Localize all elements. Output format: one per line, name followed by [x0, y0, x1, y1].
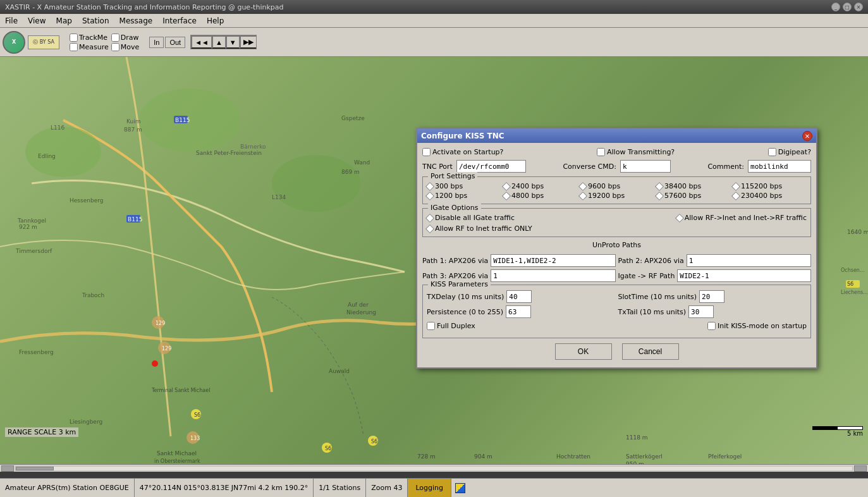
path2-input[interactable]	[687, 254, 811, 267]
ok-button[interactable]: OK	[555, 343, 612, 360]
converse-cmd-label: Converse CMD:	[563, 163, 616, 171]
init-kiss-input[interactable]	[707, 322, 716, 330]
close-button[interactable]: ×	[854, 3, 863, 11]
slottime-input[interactable]	[699, 290, 724, 303]
dialog-title: Configure KISS TNC	[421, 132, 504, 140]
menu-interface[interactable]: Interface	[157, 15, 202, 27]
igate-option2[interactable]: Allow RF->Inet and Inet->RF traffic	[676, 214, 807, 222]
igate-option3[interactable]: Allow RF to Inet traffic ONLY	[427, 224, 532, 233]
rate-38400[interactable]: 38400 bps	[656, 182, 730, 190]
kiss-params-group: KISS Parameters TXDelay (10 ms units) Sl…	[422, 285, 811, 338]
dialog-row-1: Activate on Startup? Allow Transmitting?…	[422, 148, 811, 156]
comment-input[interactable]	[748, 160, 811, 173]
igate-path-label: Igate -> RF Path	[618, 272, 675, 280]
allow-transmitting-checkbox[interactable]: Allow Transmitting?	[597, 148, 675, 156]
path3-input[interactable]	[491, 269, 615, 282]
digipeat-checkbox[interactable]: Digipeat?	[768, 148, 811, 156]
menu-view[interactable]: View	[23, 15, 51, 27]
rate-230400-radio[interactable]	[731, 191, 740, 200]
cc-icon: ⓒ BY SA	[28, 35, 59, 49]
menu-map[interactable]: Map	[51, 15, 77, 27]
out-button[interactable]: Out	[165, 37, 185, 48]
rate-2400-radio[interactable]	[502, 181, 511, 190]
rate-300[interactable]: 300 bps	[427, 182, 501, 190]
dialog-row-2: TNC Port Converse CMD: Comment:	[422, 160, 811, 173]
nav-next-next[interactable]: ▶▶	[240, 35, 256, 49]
igate-path-input[interactable]	[677, 269, 811, 282]
txtail-row: TxTail (10 ms units)	[618, 305, 807, 318]
dialog-titlebar: Configure KISS TNC ✕	[417, 129, 816, 143]
port-settings-grid: 300 bps 2400 bps 9600 bps 38400 bps	[427, 182, 807, 200]
tnc-port-input[interactable]	[456, 160, 526, 173]
menu-station[interactable]: Station	[77, 15, 114, 27]
measure-checkbox[interactable]: Measure	[70, 43, 109, 51]
persistence-label: Persistence (0 to 255)	[427, 308, 503, 316]
persistence-input[interactable]	[506, 305, 531, 318]
igate-row-2: Allow RF to Inet traffic ONLY	[427, 224, 807, 233]
rate-115200-radio[interactable]	[731, 181, 740, 190]
dialog-close-button[interactable]: ✕	[802, 131, 812, 141]
txtail-input[interactable]	[688, 305, 714, 318]
txdelay-input[interactable]	[506, 290, 532, 303]
app-logo: X	[3, 31, 25, 54]
init-kiss-checkbox[interactable]: Init KISS-mode on startup	[707, 322, 807, 330]
path1-input[interactable]	[491, 254, 615, 267]
rate-300-radio[interactable]	[425, 181, 434, 190]
nav-prev-prev[interactable]: ◄◄	[191, 35, 212, 49]
rate-4800-radio[interactable]	[502, 191, 511, 200]
nav-up[interactable]: ▲	[212, 35, 226, 49]
igate-option1[interactable]: Disable all IGate traffic	[427, 214, 515, 222]
rate-1200-radio[interactable]	[425, 191, 434, 200]
in-button[interactable]: In	[149, 37, 164, 48]
move-checkbox[interactable]: Move	[111, 43, 140, 51]
status-logging[interactable]: Logging	[408, 479, 451, 497]
converse-cmd-input[interactable]	[620, 160, 671, 173]
draw-checkbox[interactable]: Draw	[111, 34, 140, 42]
map-area[interactable]: Edling Hessenberg Timmersdorf Traboch Fr…	[0, 57, 868, 472]
menu-file[interactable]: File	[0, 15, 23, 27]
rate-57600-radio[interactable]	[655, 191, 664, 200]
igate-radio-3[interactable]	[425, 224, 434, 233]
menu-message[interactable]: Message	[114, 15, 158, 27]
rate-2400[interactable]: 2400 bps	[503, 182, 577, 190]
measure-input[interactable]	[70, 43, 78, 51]
txdelay-row: TXDelay (10 ms units)	[427, 290, 616, 303]
igate-title: IGate Options	[428, 204, 481, 212]
trackme-checkbox[interactable]: TrackMe	[70, 34, 109, 42]
full-duplex-checkbox[interactable]: Full Duplex	[427, 322, 475, 330]
nav-down[interactable]: ▼	[226, 35, 240, 49]
trackme-input[interactable]	[70, 34, 78, 42]
digipeat-input[interactable]	[768, 148, 776, 156]
toolbar-checkboxes: TrackMe Measure	[70, 34, 109, 51]
rate-57600[interactable]: 57600 bps	[656, 192, 730, 200]
rate-19200[interactable]: 19200 bps	[580, 192, 654, 200]
tnc-port-label: TNC Port	[422, 163, 453, 171]
allow-transmitting-input[interactable]	[597, 148, 605, 156]
rate-230400[interactable]: 230400 bps	[733, 192, 807, 200]
rate-9600-radio[interactable]	[578, 181, 587, 190]
full-duplex-input[interactable]	[427, 322, 435, 330]
txtail-label: TxTail (10 ms units)	[618, 308, 687, 316]
rate-115200[interactable]: 115200 bps	[733, 182, 807, 190]
minimize-button[interactable]: _	[831, 3, 840, 11]
rate-1200[interactable]: 1200 bps	[427, 192, 501, 200]
kiss-params-grid: TXDelay (10 ms units) SlotTime (10 ms un…	[427, 290, 807, 318]
persistence-row: Persistence (0 to 255)	[427, 305, 616, 318]
menu-help[interactable]: Help	[202, 15, 229, 27]
draw-input[interactable]	[111, 34, 119, 42]
maximize-button[interactable]: □	[843, 3, 852, 11]
rate-19200-radio[interactable]	[578, 191, 587, 200]
rate-38400-radio[interactable]	[655, 181, 664, 190]
status-stations: 1/1 Stations	[314, 479, 366, 497]
rate-4800[interactable]: 4800 bps	[503, 192, 577, 200]
activate-startup-input[interactable]	[422, 148, 431, 156]
cancel-button[interactable]: Cancel	[622, 343, 679, 360]
igate-radio-2[interactable]	[675, 213, 684, 222]
activate-startup-checkbox[interactable]: Activate on Startup?	[422, 148, 503, 156]
move-input[interactable]	[111, 43, 119, 51]
dialog-overlay: Configure KISS TNC ✕ Activate on Startup…	[0, 57, 868, 472]
rate-9600[interactable]: 9600 bps	[580, 182, 654, 190]
igate-path-row: Igate -> RF Path	[618, 269, 812, 282]
igate-radio-1[interactable]	[425, 213, 434, 222]
dialog-buttons: OK Cancel	[422, 343, 811, 360]
